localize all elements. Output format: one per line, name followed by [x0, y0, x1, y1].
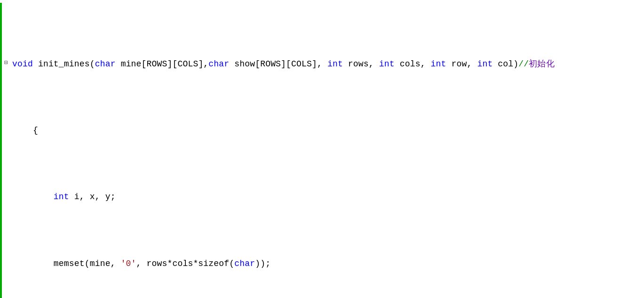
gutter-1[interactable]: ⊟ [2, 57, 10, 72]
line-2: { [2, 124, 644, 138]
code-line-2: { [10, 124, 644, 138]
code-block: ⊟ void init_mines(char mine[ROWS][COLS],… [2, 3, 644, 298]
line-3: int i, x, y; [2, 190, 644, 204]
code-line-1: void init_mines(char mine[ROWS][COLS],ch… [10, 57, 644, 72]
code-line-4: memset(mine, '0', rows*cols*sizeof(char)… [10, 257, 644, 271]
gutter-3 [2, 190, 10, 204]
gutter-2 [2, 124, 10, 138]
fold-icon-1[interactable]: ⊟ [4, 58, 8, 68]
code-editor: ⊟ void init_mines(char mine[ROWS][COLS],… [0, 3, 644, 298]
line-4: memset(mine, '0', rows*cols*sizeof(char)… [2, 257, 644, 271]
line-1: ⊟ void init_mines(char mine[ROWS][COLS],… [2, 57, 644, 72]
gutter-4 [2, 257, 10, 271]
code-line-3: int i, x, y; [10, 190, 644, 204]
